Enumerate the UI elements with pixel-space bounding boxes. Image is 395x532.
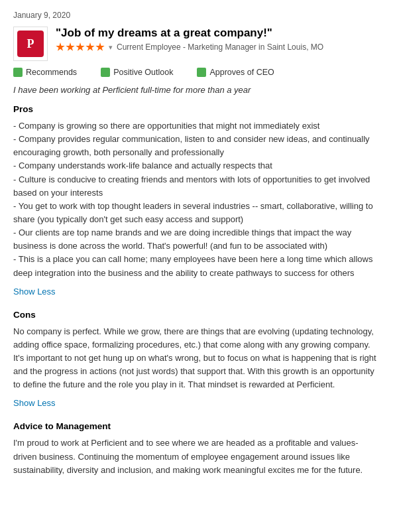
- intro-text: I have been working at Perficient full-t…: [13, 85, 382, 95]
- star-4: [85, 42, 95, 52]
- star-5: [95, 42, 105, 52]
- star-1: [56, 42, 65, 52]
- badge-recommends: Recommends: [13, 68, 77, 77]
- reviewer-info: Current Employee - Marketing Manager in …: [117, 42, 323, 52]
- approves-ceo-label: Approves of CEO: [209, 68, 274, 77]
- badges-row: Recommends Positive Outlook Approves of …: [13, 68, 382, 77]
- positive-outlook-icon: [101, 68, 110, 77]
- approves-ceo-icon: [197, 68, 206, 77]
- star-3: [76, 42, 85, 52]
- date: January 9, 2020: [13, 11, 382, 20]
- review-title: "Job of my dreams at a great company!": [56, 27, 382, 40]
- recommends-label: Recommends: [26, 68, 77, 77]
- advice-text: I'm proud to work at Perficient and to s…: [13, 436, 382, 476]
- badge-approves-ceo: Approves of CEO: [197, 68, 274, 77]
- star-rating: [56, 42, 105, 52]
- logo-letter: P: [17, 31, 44, 57]
- pros-title: Pros: [13, 104, 382, 114]
- rating-dropdown[interactable]: ▾: [109, 43, 113, 52]
- cons-text: No company is perfect. While we grow, th…: [13, 325, 382, 392]
- cons-title: Cons: [13, 310, 382, 320]
- star-2: [66, 42, 75, 52]
- pros-text: - Company is growing so there are opport…: [13, 119, 382, 280]
- recommends-icon: [13, 68, 23, 77]
- advice-title: Advice to Management: [13, 421, 382, 431]
- positive-outlook-label: Positive Outlook: [113, 68, 173, 77]
- show-less-cons[interactable]: Show Less: [13, 398, 56, 408]
- badge-positive-outlook: Positive Outlook: [101, 68, 173, 77]
- show-less-pros[interactable]: Show Less: [13, 287, 56, 297]
- company-logo: P: [13, 27, 48, 61]
